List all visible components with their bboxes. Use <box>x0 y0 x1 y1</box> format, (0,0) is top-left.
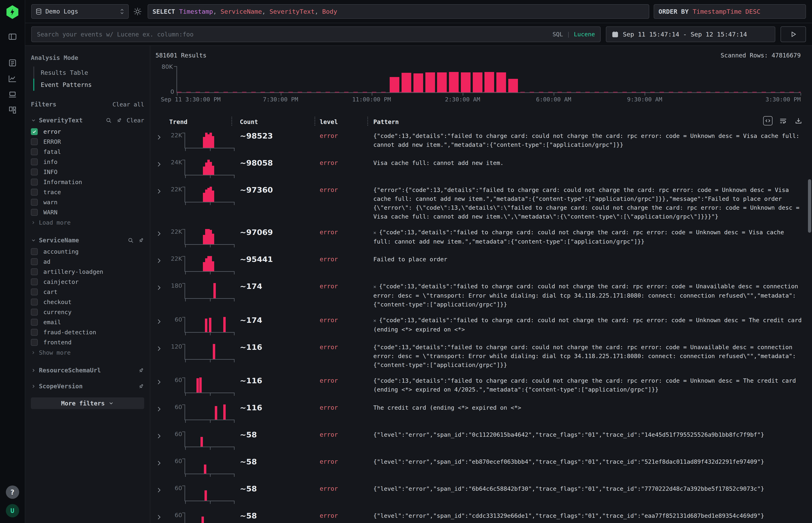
severity-option-ERROR[interactable]: ERROR <box>31 137 144 147</box>
pin-icon[interactable] <box>116 118 122 123</box>
scrollbar-thumb[interactable] <box>808 179 811 233</box>
mode-sql[interactable]: SQL <box>552 31 563 38</box>
severity-option-error[interactable]: error <box>31 127 144 137</box>
severity-option-Information[interactable]: Information <box>31 177 144 187</box>
service-option-currency[interactable]: currency <box>31 307 144 317</box>
severity-option-info[interactable]: info <box>31 157 144 167</box>
help-button[interactable]: ? <box>6 486 19 499</box>
pattern-row[interactable]: 60~58error{"level":"error","span_id":"0c… <box>150 427 812 454</box>
load-more-button[interactable]: Load more <box>31 217 144 228</box>
source-selector[interactable]: Demo Logs <box>31 4 129 19</box>
row-expand-chevron[interactable] <box>156 405 167 413</box>
download-icon[interactable] <box>794 116 803 125</box>
service-option-checkout[interactable]: checkout <box>31 297 144 307</box>
service-option-artillery-loadgen[interactable]: artillery-loadgen <box>31 267 144 277</box>
panel-toggle-icon[interactable] <box>7 32 18 42</box>
mode-results-table[interactable]: Results Table <box>33 67 144 79</box>
pin-icon[interactable] <box>138 383 144 389</box>
pin-icon[interactable] <box>138 237 144 244</box>
row-expand-chevron[interactable] <box>156 188 167 195</box>
service-option-cainjector[interactable]: cainjector <box>31 277 144 287</box>
row-expand-chevron[interactable] <box>156 318 167 325</box>
column-header-trend[interactable]: Trend <box>167 118 236 125</box>
mode-lucene[interactable]: Lucene <box>574 31 595 38</box>
service-option-email[interactable]: email <box>31 317 144 327</box>
row-expand-chevron[interactable] <box>156 134 167 141</box>
service-group-header[interactable]: ServiceName <box>31 237 144 244</box>
row-expand-chevron[interactable] <box>156 379 167 385</box>
service-option-frontend[interactable]: frontend <box>31 337 144 347</box>
filters-title: Filters <box>31 101 56 108</box>
trend-cell: 22K <box>167 228 236 248</box>
column-header-pattern[interactable]: Pattern <box>372 118 812 125</box>
code-view-icon[interactable] <box>763 116 773 125</box>
severity-option-WARN[interactable]: WARN <box>31 207 144 217</box>
resource-schema-header[interactable]: ResourceSchemaUrl <box>31 367 144 374</box>
trend-ymax-label: 22K <box>169 228 182 248</box>
pattern-row[interactable]: 22K~98523error{"code":13,"details":"fail… <box>150 128 812 155</box>
scope-version-header[interactable]: ScopeVersion <box>31 383 144 390</box>
pattern-row[interactable]: 60~58error{"level":"error","span_id":"6b… <box>150 481 812 508</box>
histogram-bar <box>461 72 471 92</box>
wrap-text-icon[interactable] <box>778 116 788 125</box>
table-scrollbar[interactable] <box>807 165 812 521</box>
row-expand-chevron[interactable] <box>156 284 167 291</box>
severity-option-trace[interactable]: trace <box>31 187 144 197</box>
histogram-plot[interactable] <box>176 66 801 93</box>
show-more-button[interactable]: Show more <box>31 347 144 358</box>
search-logs-icon[interactable] <box>7 58 18 68</box>
search-input[interactable]: Search your events w/ Lucene ex. column:… <box>31 26 601 42</box>
option-label: accounting <box>43 248 79 255</box>
row-expand-chevron[interactable] <box>156 161 167 168</box>
service-option-cart[interactable]: cart <box>31 287 144 297</box>
clear-all-link[interactable]: Clear all <box>112 101 144 108</box>
pattern-row[interactable]: 60~116errorThe credit card (ending <*> e… <box>150 400 812 427</box>
severity-option-warn[interactable]: warn <box>31 197 144 207</box>
checkbox-icon <box>31 268 38 275</box>
pattern-row[interactable]: 180~174error✕{"code":13,"details":"faile… <box>150 278 812 312</box>
service-option-ad[interactable]: ad <box>31 257 144 267</box>
column-header-count[interactable]: Count <box>236 118 319 125</box>
row-expand-chevron[interactable] <box>156 257 167 264</box>
pattern-row[interactable]: 60~174error✕{"code":13,"details":"failed… <box>150 312 812 339</box>
search-filter-icon[interactable] <box>128 237 134 244</box>
row-expand-chevron[interactable] <box>156 433 167 439</box>
time-range-picker[interactable]: Sep 11 15:47:14 - Sep 12 15:47:14 <box>606 26 775 42</box>
row-expand-chevron[interactable] <box>156 345 167 352</box>
dashboards-icon[interactable] <box>7 105 18 115</box>
severity-option-INFO[interactable]: INFO <box>31 167 144 177</box>
service-option-accounting[interactable]: accounting <box>31 247 144 257</box>
pattern-row[interactable]: 60~58error{"level":"error","span_id":"cd… <box>150 508 812 523</box>
more-filters-button[interactable]: More filters <box>31 397 144 409</box>
pattern-row[interactable]: 120~116error{"code":13,"details":"failed… <box>150 339 812 373</box>
service-option-fraud-detection[interactable]: fraud-detection <box>31 327 144 337</box>
trend-ymax-label: 24K <box>169 159 182 179</box>
search-filter-icon[interactable] <box>106 118 112 123</box>
chart-explorer-icon[interactable] <box>7 73 18 84</box>
pin-icon[interactable] <box>138 367 144 373</box>
order-by-input[interactable]: ORDER BY TimestampTime DESC <box>654 4 806 19</box>
run-query-button[interactable] <box>780 26 806 42</box>
row-expand-chevron[interactable] <box>156 487 167 493</box>
severity-option-fatal[interactable]: fatal <box>31 147 144 157</box>
row-expand-chevron[interactable] <box>156 514 167 521</box>
column-header-level[interactable]: level <box>319 118 372 125</box>
app-logo[interactable] <box>6 5 19 19</box>
severity-group-header[interactable]: SeverityText Clear <box>31 117 144 124</box>
pattern-row[interactable]: 22K~95441errorFailed to place order <box>150 251 812 278</box>
severity-clear-link[interactable]: Clear <box>127 117 144 124</box>
client-sessions-icon[interactable] <box>7 89 18 100</box>
row-expand-chevron[interactable] <box>156 460 167 467</box>
pattern-row[interactable]: 24K~98058errorVisa cache full: cannot ad… <box>150 155 812 182</box>
row-expand-chevron[interactable] <box>156 230 167 237</box>
user-avatar[interactable]: U <box>6 504 19 517</box>
app-root: ? U Demo Logs SELECT Timestamp, ServiceN… <box>0 0 812 523</box>
pattern-row[interactable]: 60~116error{"code":13,"details":"failed … <box>150 373 812 400</box>
select-query-input[interactable]: SELECT Timestamp, ServiceName, SeverityT… <box>148 4 649 19</box>
pattern-row[interactable]: 22K~97360error{"error":{"code":13,"detai… <box>150 182 812 224</box>
y-axis-max-label: 80K <box>162 63 173 70</box>
pattern-row[interactable]: 60~58error{"level":"error","span_id":"eb… <box>150 454 812 481</box>
settings-gear-icon[interactable] <box>133 6 143 17</box>
pattern-row[interactable]: 22K~97069error✕{"code":13,"details":"fai… <box>150 224 812 251</box>
mode-event-patterns[interactable]: Event Patterns <box>33 79 144 91</box>
